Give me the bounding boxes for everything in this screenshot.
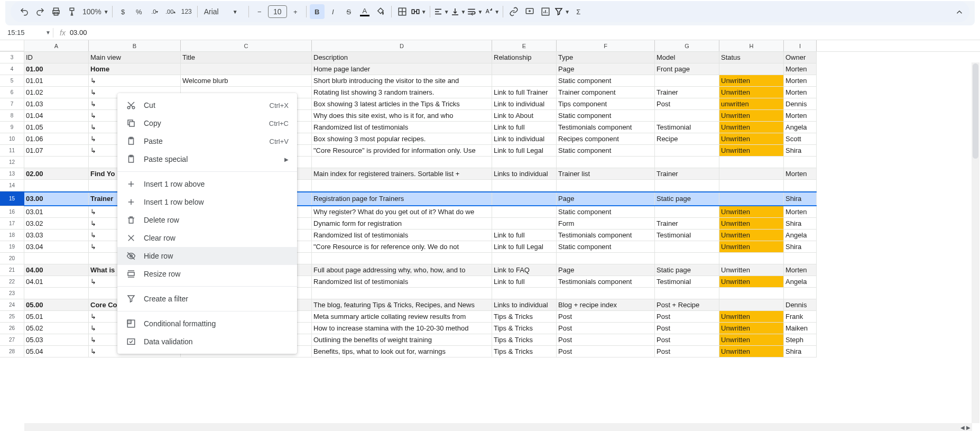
cell[interactable]: Link to full	[492, 122, 557, 133]
row-header-13[interactable]: 13	[0, 168, 24, 180]
v-align-button[interactable]: ▼	[450, 7, 466, 16]
row-header-16[interactable]: 16	[0, 206, 24, 218]
cell[interactable]	[784, 253, 817, 264]
cell[interactable]: Morten	[784, 75, 817, 87]
scrollbar-thumb[interactable]	[973, 63, 978, 159]
cell[interactable]: Status	[719, 52, 784, 63]
cell[interactable]: 03.04	[24, 241, 89, 253]
cell[interactable]: ↳	[89, 75, 181, 87]
cell[interactable]: Post	[557, 311, 655, 323]
cell[interactable]: Front page	[655, 63, 719, 75]
cell[interactable]: Home	[89, 63, 181, 75]
cell[interactable]: Unwritten	[719, 122, 784, 133]
cell[interactable]: Dennis	[784, 98, 817, 110]
functions-button[interactable]: Σ	[571, 4, 586, 19]
cell[interactable]: Page	[557, 264, 655, 276]
cell[interactable]	[655, 157, 719, 168]
cell[interactable]: Static page	[655, 191, 719, 206]
cell[interactable]: Description	[312, 52, 492, 63]
italic-button[interactable]: I	[326, 4, 340, 19]
cell[interactable]	[492, 288, 557, 299]
cell[interactable]: 01.04	[24, 110, 89, 122]
increase-font-button[interactable]: +	[288, 4, 303, 19]
cell[interactable]: Steph	[784, 334, 817, 346]
merge-button[interactable]: ▼	[411, 7, 427, 16]
row-header-28[interactable]: 28	[0, 346, 24, 357]
cell[interactable]: Blog + recipe index	[557, 299, 655, 311]
cell[interactable]: "Core Resource" is provided for informat…	[312, 145, 492, 157]
cell[interactable]: ID	[24, 52, 89, 63]
cell[interactable]	[655, 253, 719, 264]
cell[interactable]	[655, 145, 719, 157]
insert-chart-button[interactable]	[538, 4, 553, 19]
column-header-A[interactable]: A	[24, 40, 89, 51]
column-header-E[interactable]: E	[492, 40, 557, 51]
column-header-F[interactable]: F	[557, 40, 655, 51]
menu-create-filter[interactable]: Create a filter	[117, 290, 297, 308]
cell[interactable]	[24, 288, 89, 299]
cell[interactable]	[655, 288, 719, 299]
column-header-C[interactable]: C	[181, 40, 312, 51]
decrease-decimal-button[interactable]: .0▾	[147, 4, 162, 19]
row-header-6[interactable]: 6	[0, 87, 24, 98]
menu-paste-special[interactable]: Paste special ▶	[117, 150, 297, 168]
row-header-10[interactable]: 10	[0, 133, 24, 145]
cell[interactable]: Unwritten	[719, 230, 784, 241]
cell[interactable]: Title	[181, 52, 312, 63]
cell[interactable]: Shira	[784, 241, 817, 253]
currency-button[interactable]: $	[116, 4, 131, 19]
cell[interactable]: Shira	[784, 346, 817, 357]
undo-button[interactable]	[17, 4, 32, 19]
cell[interactable]: Testimonial	[655, 230, 719, 241]
row-header-25[interactable]: 25	[0, 311, 24, 323]
cell[interactable]	[784, 180, 817, 191]
cell[interactable]: 03.02	[24, 218, 89, 230]
row-header-15[interactable]: 15	[0, 191, 24, 206]
cell[interactable]	[784, 288, 817, 299]
cell[interactable]: 05.00	[24, 299, 89, 311]
cell[interactable]	[557, 253, 655, 264]
cell[interactable]: 05.03	[24, 334, 89, 346]
cell[interactable]: Link to individual	[492, 98, 557, 110]
cell[interactable]	[492, 157, 557, 168]
scroll-arrows[interactable]: ◀ ▶	[960, 425, 970, 430]
column-header-I[interactable]: I	[784, 40, 817, 51]
cell[interactable]: Unwritten	[719, 87, 784, 98]
cell[interactable]: Relationship	[492, 52, 557, 63]
cell[interactable]	[719, 157, 784, 168]
cell[interactable]	[492, 218, 557, 230]
cell[interactable]	[557, 288, 655, 299]
menu-insert-row-above[interactable]: Insert 1 row above	[117, 175, 297, 193]
cell[interactable]: Link to full Trainer	[492, 87, 557, 98]
cell[interactable]: Post	[557, 346, 655, 357]
cell[interactable]: Link to full	[492, 276, 557, 288]
cell[interactable]: Rotating list showing 3 random trainers.	[312, 87, 492, 98]
row-header-24[interactable]: 24	[0, 299, 24, 311]
fill-color-button[interactable]	[373, 4, 388, 19]
row-header-22[interactable]: 22	[0, 276, 24, 288]
cell[interactable]: 03.03	[24, 230, 89, 241]
formula-input[interactable]: 03.00	[70, 29, 87, 36]
cell[interactable]: Links to individual	[492, 299, 557, 311]
cell[interactable]: Tips & Tricks	[492, 311, 557, 323]
cell[interactable]	[655, 110, 719, 122]
cell[interactable]: Angela	[784, 230, 817, 241]
cell[interactable]: Unwritten	[719, 145, 784, 157]
cell[interactable]: Unwritten	[719, 323, 784, 334]
row-header-5[interactable]: 5	[0, 75, 24, 87]
cell[interactable]	[312, 180, 492, 191]
menu-clear-row[interactable]: Clear row	[117, 229, 297, 247]
wrap-button[interactable]: ▼	[467, 7, 483, 16]
cell[interactable]	[24, 180, 89, 191]
cell[interactable]: Testimonials component	[557, 122, 655, 133]
cell[interactable]: Tips & Tricks	[492, 346, 557, 357]
cell[interactable]: Dynamic form for registration	[312, 218, 492, 230]
cell[interactable]: "Core Resource is for reference only. We…	[312, 241, 492, 253]
h-align-button[interactable]: ▼	[433, 7, 449, 16]
cell[interactable]	[557, 157, 655, 168]
cell[interactable]: Post	[557, 323, 655, 334]
cell[interactable]: Page	[557, 191, 655, 206]
insert-comment-button[interactable]	[522, 4, 537, 19]
cell[interactable]: Tips & Tricks	[492, 323, 557, 334]
row-header-3[interactable]: 3	[0, 52, 24, 63]
